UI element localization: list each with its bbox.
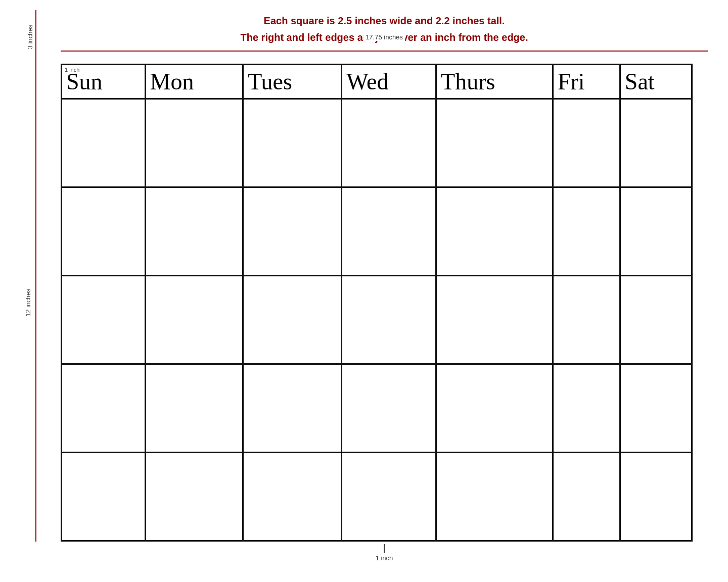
cell-r1c3 [243, 99, 342, 187]
top-left-ruler: 3 inches [20, 10, 61, 64]
right-space [693, 64, 708, 542]
left-ruler: 12 inches [20, 64, 61, 542]
cell-r1c1 [62, 99, 146, 187]
page-container: 3 inches Each square is 2.5 inches wide … [0, 0, 728, 582]
one-inch-badge: 1 inch [65, 67, 79, 73]
header-thurs: Thurs [436, 65, 553, 99]
cell-r4c1 [62, 364, 146, 453]
cell-r2c6 [553, 187, 620, 276]
cell-r4c6 [553, 364, 620, 453]
cell-r2c4 [342, 187, 436, 276]
h-ruler-label: 17.75 inches [363, 33, 405, 41]
table-row [62, 187, 692, 276]
cell-r3c1 [62, 276, 146, 364]
day-label-mon: Mon [150, 69, 194, 94]
bottom-annotation: 1 inch [20, 542, 708, 562]
cell-r3c3 [243, 276, 342, 364]
day-label-wed: Wed [346, 69, 388, 94]
cell-r2c7 [620, 187, 692, 276]
table-row [62, 99, 692, 187]
cell-r5c3 [243, 453, 342, 541]
h-ruler-container: 17.75 inches [61, 43, 708, 59]
cell-r1c7 [620, 99, 692, 187]
day-label-tues: Tues [248, 69, 292, 94]
calendar-table: 1 inch Sun Mon Tues Wed Th [61, 64, 693, 542]
main-row: 12 inches 1 inch Sun Mon Tues [20, 64, 708, 542]
day-label-thurs: Thurs [441, 69, 495, 94]
cell-r2c1 [62, 187, 146, 276]
table-row [62, 364, 692, 453]
cell-r5c1 [62, 453, 146, 541]
top-info-area: 3 inches Each square is 2.5 inches wide … [20, 10, 708, 64]
cell-r5c5 [436, 453, 553, 541]
v3-ruler-label: 3 inches [26, 25, 34, 49]
cell-r4c5 [436, 364, 553, 453]
cell-r4c4 [342, 364, 436, 453]
table-row [62, 276, 692, 364]
bottom-tick-group: 1 inch [376, 544, 393, 562]
cell-r3c5 [436, 276, 553, 364]
header-sat: Sat [620, 65, 692, 99]
cell-r5c7 [620, 453, 692, 541]
v3-ruler-line [35, 10, 36, 64]
cell-r3c6 [553, 276, 620, 364]
cell-r1c2 [145, 99, 243, 187]
top-text-line1: Each square is 2.5 inches wide and 2.2 i… [264, 15, 505, 27]
cell-r3c7 [620, 276, 692, 364]
cell-r2c2 [145, 187, 243, 276]
cell-r1c4 [342, 99, 436, 187]
cell-r3c4 [342, 276, 436, 364]
cell-r5c6 [553, 453, 620, 541]
cell-r1c5 [436, 99, 553, 187]
top-right-content: Each square is 2.5 inches wide and 2.2 i… [61, 10, 708, 64]
cell-r4c2 [145, 364, 243, 453]
h-ruler-line [61, 51, 708, 52]
header-mon: Mon [145, 65, 243, 99]
cell-r1c6 [553, 99, 620, 187]
v12-ruler-line [35, 64, 36, 542]
bottom-tick-line [384, 544, 385, 553]
bottom-tick-label: 1 inch [376, 554, 393, 562]
cell-r4c7 [620, 364, 692, 453]
cell-r2c5 [436, 187, 553, 276]
cell-r4c3 [243, 364, 342, 453]
cell-r2c3 [243, 187, 342, 276]
header-row: 1 inch Sun Mon Tues Wed Th [62, 65, 692, 99]
v12-ruler-label: 12 inches [24, 288, 32, 317]
day-label-sat: Sat [625, 69, 655, 94]
cell-r5c2 [145, 453, 243, 541]
header-fri: Fri [553, 65, 620, 99]
header-sun: 1 inch Sun [62, 65, 146, 99]
calendar-container: 1 inch Sun Mon Tues Wed Th [61, 64, 693, 542]
day-label-fri: Fri [558, 69, 585, 94]
header-tues: Tues [243, 65, 342, 99]
cell-r5c4 [342, 453, 436, 541]
cell-r3c2 [145, 276, 243, 364]
table-row [62, 453, 692, 541]
header-wed: Wed [342, 65, 436, 99]
